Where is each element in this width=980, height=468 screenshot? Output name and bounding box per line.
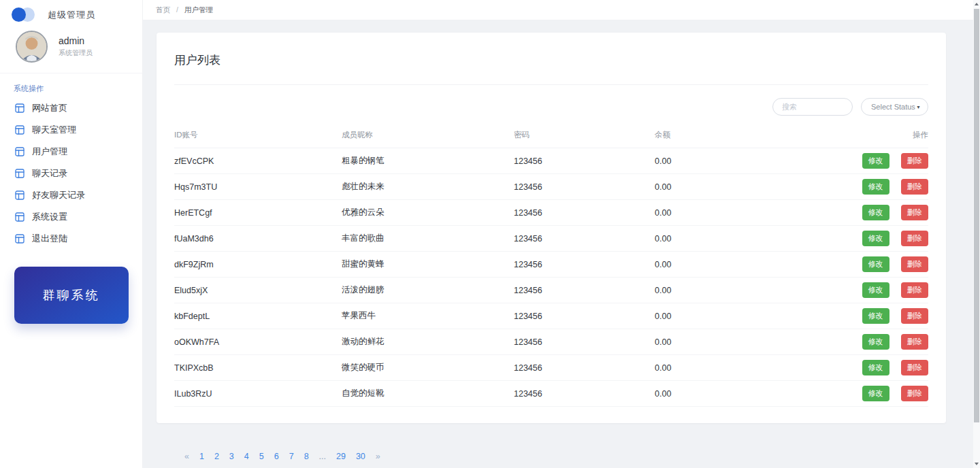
edit-button[interactable]: 修改 (862, 360, 889, 375)
table-row: TKIPXcbB 微笑的硬币 123456 0.00 修改 删除 (174, 355, 928, 381)
status-select-value: Select Status (871, 103, 915, 111)
edit-button[interactable]: 修改 (862, 153, 889, 169)
cell-password: 123456 (514, 174, 655, 200)
table-row: oOKWh7FA 激动的鲜花 123456 0.00 修改 删除 (174, 329, 928, 355)
delete-button[interactable]: 删除 (901, 179, 928, 195)
layout-icon (15, 103, 24, 113)
cell-balance: 0.00 (655, 174, 825, 200)
edit-button[interactable]: 修改 (862, 179, 889, 195)
table-row: zfEVcCPK 粗暴的钢笔 123456 0.00 修改 删除 (174, 148, 928, 174)
breadcrumb: 首页 / 用户管理 (156, 5, 213, 15)
cell-nickname: 彪壮的未来 (342, 174, 514, 200)
delete-button[interactable]: 删除 (901, 231, 928, 246)
filter-bar: Select Status ▼ (174, 98, 928, 116)
sidebar-item-system-settings[interactable]: 系统设置 (0, 206, 142, 228)
cell-actions: 修改 删除 (825, 303, 928, 329)
cell-password: 123456 (514, 226, 655, 252)
page-title: 用户列表 (174, 33, 928, 68)
pagination-page-8[interactable]: 8 (304, 452, 309, 461)
status-select[interactable]: Select Status ▼ (861, 98, 928, 116)
sidebar-item-label: 退出登陆 (32, 233, 67, 245)
user-profile: admin 系统管理员 (0, 22, 142, 73)
cell-password: 123456 (514, 381, 655, 407)
cell-actions: 修改 删除 (825, 226, 928, 252)
avatar (16, 31, 48, 63)
sidebar-item-label: 聊天记录 (32, 167, 67, 180)
cell-nickname: 微笑的硬币 (342, 355, 514, 381)
cell-actions: 修改 删除 (825, 174, 928, 200)
edit-button[interactable]: 修改 (862, 334, 889, 350)
cell-balance: 0.00 (655, 148, 825, 174)
breadcrumb-home[interactable]: 首页 (156, 5, 170, 14)
cell-password: 123456 (514, 329, 655, 355)
cell-actions: 修改 删除 (825, 278, 928, 303)
user-table-body: zfEVcCPK 粗暴的钢笔 123456 0.00 修改 删除 Hqs7m3T… (174, 148, 928, 407)
cell-actions: 修改 删除 (825, 200, 928, 226)
pagination-page-2[interactable]: 2 (214, 452, 219, 461)
edit-button[interactable]: 修改 (862, 231, 889, 246)
delete-button[interactable]: 删除 (901, 334, 928, 350)
pagination-page-7[interactable]: 7 (289, 452, 294, 461)
header-balance: 余额 (655, 124, 825, 148)
user-list-card: 用户列表 Select Status ▼ ID账号 成员昵称 密码 余额 操作 (157, 33, 946, 423)
scroll-down-icon[interactable] (973, 460, 980, 468)
cell-actions: 修改 删除 (825, 381, 928, 407)
cell-actions: 修改 删除 (825, 355, 928, 381)
sidebar-section-label: 系统操作 (0, 73, 142, 97)
edit-button[interactable]: 修改 (862, 386, 889, 401)
table-row: fUaM3dh6 丰富的歌曲 123456 0.00 修改 删除 (174, 226, 928, 252)
brand-logo-icon (12, 7, 35, 22)
scrollbar-thumb[interactable] (974, 9, 979, 422)
edit-button[interactable]: 修改 (862, 256, 889, 272)
cell-balance: 0.00 (655, 381, 825, 407)
cell-password: 123456 (514, 148, 655, 174)
cell-id: dkF9ZjRm (174, 252, 342, 278)
sidebar-item-home[interactable]: 网站首页 (0, 97, 142, 119)
pagination-next[interactable]: » (376, 452, 380, 461)
search-input[interactable] (772, 98, 853, 116)
delete-button[interactable]: 删除 (901, 205, 928, 220)
delete-button[interactable]: 删除 (901, 153, 928, 169)
brand: 超级管理员 (0, 0, 142, 22)
delete-button[interactable]: 删除 (901, 282, 928, 298)
main-content: 用户列表 Select Status ▼ ID账号 成员昵称 密码 余额 操作 (157, 33, 946, 461)
sidebar-item-chatroom-management[interactable]: 聊天室管理 (0, 119, 142, 141)
sidebar-item-friend-chat-records[interactable]: 好友聊天记录 (0, 184, 142, 206)
cell-nickname: 激动的鲜花 (342, 329, 514, 355)
breadcrumb-current: 用户管理 (184, 5, 213, 14)
pagination-page-3[interactable]: 3 (229, 452, 234, 461)
pagination-page-1[interactable]: 1 (199, 452, 204, 461)
header-id: ID账号 (174, 124, 342, 148)
pagination-page-5[interactable]: 5 (259, 452, 264, 461)
sidebar-item-logout[interactable]: 退出登陆 (0, 228, 142, 250)
table-row: dkF9ZjRm 甜蜜的黄蜂 123456 0.00 修改 删除 (174, 252, 928, 278)
edit-button[interactable]: 修改 (862, 205, 889, 220)
edit-button[interactable]: 修改 (862, 282, 889, 298)
cell-id: fUaM3dh6 (174, 226, 342, 252)
cell-balance: 0.00 (655, 329, 825, 355)
pagination-page-4[interactable]: 4 (244, 452, 249, 461)
sidebar-item-chat-records[interactable]: 聊天记录 (0, 163, 142, 184)
delete-button[interactable]: 删除 (901, 308, 928, 324)
system-banner[interactable]: 群聊系统 (14, 267, 129, 324)
cell-nickname: 粗暴的钢笔 (342, 148, 514, 174)
scroll-up-icon[interactable] (973, 0, 980, 8)
edit-button[interactable]: 修改 (862, 308, 889, 324)
pagination-page-6[interactable]: 6 (274, 452, 279, 461)
cell-actions: 修改 删除 (825, 148, 928, 174)
delete-button[interactable]: 删除 (901, 386, 928, 401)
pagination-page-29[interactable]: 29 (336, 452, 346, 461)
delete-button[interactable]: 删除 (901, 256, 928, 272)
cell-nickname: 甜蜜的黄蜂 (342, 252, 514, 278)
sidebar-item-user-management[interactable]: 用户管理 (0, 141, 142, 163)
pagination-prev[interactable]: « (184, 452, 189, 461)
table-header-row: ID账号 成员昵称 密码 余额 操作 (174, 124, 928, 148)
pagination-page-30[interactable]: 30 (356, 452, 365, 461)
delete-button[interactable]: 删除 (901, 360, 928, 375)
user-role: 系统管理员 (59, 48, 93, 58)
cell-balance: 0.00 (655, 278, 825, 303)
cell-balance: 0.00 (655, 303, 825, 329)
cell-id: kbFdeptL (174, 303, 342, 329)
header-password: 密码 (514, 124, 655, 148)
user-name: admin (59, 35, 93, 46)
